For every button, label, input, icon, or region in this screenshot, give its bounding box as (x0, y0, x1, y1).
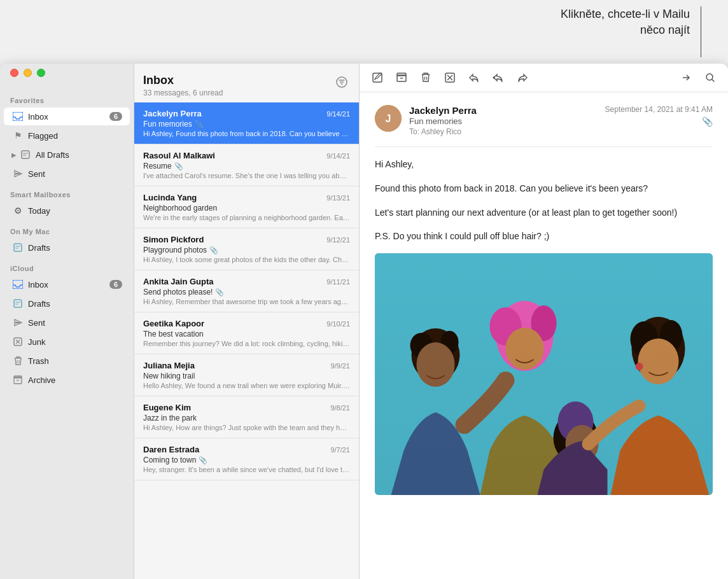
email-date: 9/9/21 (330, 362, 350, 370)
email-subject: New hiking trail (143, 372, 350, 380)
trash-button[interactable] (416, 69, 436, 87)
icloud-drafts-icon (11, 297, 24, 310)
icloud-label: iCloud (0, 257, 134, 275)
email-subject: Jazz in the park (143, 414, 350, 422)
reply-all-button[interactable] (488, 69, 508, 87)
sidebar: Favorites Inbox 6 ⚑ Flagged ▶ (0, 64, 134, 579)
svg-rect-0 (13, 112, 23, 121)
sender-avatar: J (375, 105, 402, 132)
sidebar-item-icloud-inbox[interactable]: Inbox 6 (4, 276, 130, 293)
maximize-button[interactable] (37, 69, 45, 77)
annotation-text: Klikněte, chcete-li v Mailu něco najít (561, 6, 690, 38)
sidebar-item-icloud-junk[interactable]: Junk (4, 333, 130, 351)
email-item[interactable]: Jackelyn Perra 9/14/21 Fun memories 📎 Hi… (134, 102, 359, 144)
annotation-line (701, 6, 701, 57)
more-button[interactable] (676, 69, 696, 87)
email-sender: Juliana Mejia (143, 361, 325, 370)
svg-rect-4 (14, 300, 22, 307)
email-sender: Simon Pickford (143, 235, 321, 244)
inbox-icon (11, 110, 24, 123)
email-preview: Hi Ashley, I took some great photos of t… (143, 256, 350, 263)
email-preview: Hi Ashley, Found this photo from back in… (143, 130, 350, 137)
email-subject: Fun memories 📎 (143, 120, 350, 129)
email-subject: Neighborhood garden (143, 204, 350, 213)
today-icon: ⚙ (11, 204, 24, 217)
svg-rect-9 (373, 73, 382, 82)
archive-button[interactable] (391, 69, 412, 87)
icloud-archive-icon (11, 373, 24, 386)
inbox-subtitle: 33 messages, 6 unread (143, 88, 223, 97)
detail-subject: Fun memories (409, 116, 605, 126)
sidebar-item-icloud-sent[interactable]: Sent (4, 314, 130, 331)
email-item[interactable]: Daren Estrada 9/7/21 Coming to town 📎 He… (134, 438, 359, 480)
sidebar-item-drafts-local[interactable]: Drafts (4, 239, 130, 256)
expand-icon: ▶ (11, 151, 17, 158)
sidebar-item-all-drafts[interactable]: ▶ All Drafts (4, 146, 130, 164)
email-date: 9/11/21 (326, 278, 350, 286)
attachment-icon: 📎 (209, 246, 218, 255)
email-item[interactable]: Simon Pickford 9/12/21 Playground photos… (134, 228, 359, 270)
email-item[interactable]: Juliana Mejia 9/9/21 New hiking trail He… (134, 354, 359, 396)
icloud-junk-label: Junk (28, 337, 122, 347)
email-list: Jackelyn Perra 9/14/21 Fun memories 📎 Hi… (134, 102, 359, 579)
traffic-lights (10, 69, 45, 77)
close-button[interactable] (10, 69, 18, 77)
svg-rect-3 (13, 280, 23, 289)
svg-rect-1 (22, 151, 29, 158)
reply-button[interactable] (464, 69, 484, 87)
forward-button[interactable] (512, 69, 533, 87)
email-sender: Jackelyn Perra (143, 109, 321, 118)
mail-window: Favorites Inbox 6 ⚑ Flagged ▶ (0, 64, 728, 579)
on-my-mac-label: On My Mac (0, 220, 134, 238)
detail-meta: September 14, 2021 at 9:41 AM 📎 (605, 105, 713, 127)
compose-button[interactable] (367, 69, 388, 87)
attachment-icon: 📎 (199, 456, 207, 464)
email-item[interactable]: Lucinda Yang 9/13/21 Neighborhood garden… (134, 186, 359, 228)
email-item[interactable]: Eugene Kim 9/8/21 Jazz in the park Hi As… (134, 396, 359, 438)
email-preview: I've attached Carol's resume. She's the … (143, 172, 350, 179)
email-item[interactable]: Ankita Jain Gupta 9/11/21 Send photos pl… (134, 270, 359, 312)
email-item[interactable]: Geetika Kapoor 9/10/21 The best vacation… (134, 312, 359, 354)
email-preview: Hello Ashley, We found a new trail when … (143, 382, 350, 389)
email-sender: Geetika Kapoor (143, 319, 321, 328)
svg-text:J: J (386, 113, 391, 124)
sent-label: Sent (28, 169, 122, 179)
detail-to: To: Ashley Rico (409, 127, 605, 136)
email-date: 9/8/21 (330, 404, 350, 412)
icloud-drafts-label: Drafts (28, 299, 122, 309)
body-paragraph-3: Let's start planning our next adventure … (375, 206, 713, 221)
drafts-local-icon (11, 241, 24, 254)
icloud-archive-label: Archive (28, 375, 122, 385)
sidebar-item-icloud-trash[interactable]: Trash (4, 352, 130, 370)
sidebar-item-inbox-favorites[interactable]: Inbox 6 (4, 108, 130, 125)
detail-pane: J Jackelyn Perra Fun memories To: Ashley… (360, 64, 728, 579)
email-date: 9/14/21 (326, 152, 350, 160)
all-drafts-label: All Drafts (36, 150, 122, 160)
sidebar-item-sent-favorites[interactable]: Sent (4, 165, 130, 183)
search-button[interactable] (700, 69, 720, 87)
email-preview: Hi Ashley, Remember that awesome trip we… (143, 298, 350, 305)
drafts-local-label: Drafts (28, 243, 122, 253)
email-subject: The best vacation (143, 330, 350, 338)
favorites-section-label: Favorites (0, 89, 134, 107)
sidebar-item-today[interactable]: ⚙ Today (4, 202, 130, 220)
filter-icon[interactable] (333, 74, 350, 94)
attachment-icon: 📎 (215, 288, 224, 296)
email-sender: Lucinda Yang (143, 193, 321, 202)
icloud-inbox-badge: 6 (109, 280, 122, 289)
body-paragraph-4: P.S. Do you think I could pull off blue … (375, 229, 713, 244)
email-subject: Send photos please! 📎 (143, 288, 350, 296)
email-preview: Hey, stranger. It's been a while since w… (143, 466, 350, 473)
today-label: Today (28, 206, 122, 216)
email-list-header: Inbox 33 messages, 6 unread (134, 64, 359, 102)
junk-button[interactable] (440, 69, 460, 87)
email-sender: Rasoul Al Malkawi (143, 151, 321, 160)
sidebar-item-icloud-archive[interactable]: Archive (4, 371, 130, 389)
icloud-sent-icon (11, 316, 24, 329)
email-item[interactable]: Rasoul Al Malkawi 9/14/21 Resume 📎 I've … (134, 144, 359, 186)
sidebar-item-flagged[interactable]: ⚑ Flagged (4, 127, 130, 144)
minimize-button[interactable] (24, 69, 32, 77)
smart-mailboxes-label: Smart Mailboxes (0, 183, 134, 201)
email-body: Hi Ashley, Found this photo from back in… (375, 157, 713, 244)
sidebar-item-icloud-drafts[interactable]: Drafts (4, 295, 130, 312)
